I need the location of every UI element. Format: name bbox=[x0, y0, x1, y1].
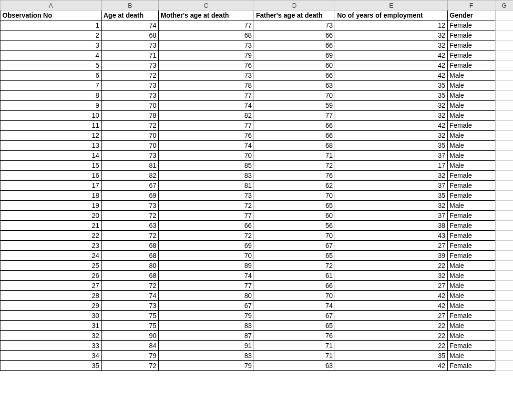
cell-fathers-age[interactable]: 60 bbox=[254, 211, 335, 221]
cell-years-employment[interactable]: 35 bbox=[335, 141, 448, 151]
cell-observation-no[interactable]: 2 bbox=[0, 31, 102, 41]
cell-age-at-death[interactable]: 68 bbox=[102, 251, 159, 261]
cell-blank[interactable] bbox=[495, 151, 513, 161]
hdr-age-at-death[interactable]: Age at death bbox=[102, 10, 159, 20]
cell-mothers-age[interactable]: 67 bbox=[159, 301, 254, 311]
cell-gender[interactable]: Male bbox=[448, 161, 495, 171]
cell-years-employment[interactable]: 42 bbox=[335, 71, 448, 81]
cell-fathers-age[interactable]: 73 bbox=[254, 20, 335, 31]
col-letter-G[interactable]: G bbox=[495, 0, 513, 10]
cell-observation-no[interactable]: 1 bbox=[0, 20, 102, 31]
cell-years-employment[interactable]: 32 bbox=[335, 31, 448, 41]
cell-gender[interactable]: Female bbox=[448, 51, 495, 61]
cell-observation-no[interactable]: 24 bbox=[0, 251, 102, 261]
cell-observation-no[interactable]: 15 bbox=[0, 161, 102, 171]
cell-years-employment[interactable]: 17 bbox=[335, 161, 448, 171]
cell-fathers-age[interactable]: 67 bbox=[254, 241, 335, 251]
cell-observation-no[interactable]: 10 bbox=[0, 111, 102, 121]
cell-fathers-age[interactable]: 63 bbox=[254, 81, 335, 91]
cell-age-at-death[interactable]: 68 bbox=[102, 271, 159, 281]
cell-observation-no[interactable]: 14 bbox=[0, 151, 102, 161]
cell-gender[interactable]: Male bbox=[448, 331, 495, 341]
cell-fathers-age[interactable]: 71 bbox=[254, 351, 335, 361]
cell-mothers-age[interactable]: 76 bbox=[159, 131, 254, 141]
cell-observation-no[interactable]: 8 bbox=[0, 91, 102, 101]
cell-mothers-age[interactable]: 72 bbox=[159, 201, 254, 211]
cell-age-at-death[interactable]: 73 bbox=[102, 201, 159, 211]
cell-blank[interactable] bbox=[495, 111, 513, 121]
cell-mothers-age[interactable]: 72 bbox=[159, 231, 254, 241]
cell-observation-no[interactable]: 29 bbox=[0, 301, 102, 311]
cell-fathers-age[interactable]: 59 bbox=[254, 101, 335, 111]
cell-years-employment[interactable]: 22 bbox=[335, 331, 448, 341]
cell-gender[interactable]: Male bbox=[448, 301, 495, 311]
cell-years-employment[interactable]: 37 bbox=[335, 151, 448, 161]
cell-blank[interactable] bbox=[495, 41, 513, 51]
hdr-fathers-age[interactable]: Father's age at death bbox=[254, 10, 335, 20]
cell-fathers-age[interactable]: 70 bbox=[254, 191, 335, 201]
cell-gender[interactable]: Female bbox=[448, 341, 495, 351]
cell-blank[interactable] bbox=[495, 161, 513, 171]
cell-years-employment[interactable]: 32 bbox=[335, 111, 448, 121]
cell-gender[interactable]: Male bbox=[448, 351, 495, 361]
cell-fathers-age[interactable]: 62 bbox=[254, 181, 335, 191]
cell-gender[interactable]: Male bbox=[448, 151, 495, 161]
cell-age-at-death[interactable]: 84 bbox=[102, 341, 159, 351]
cell-observation-no[interactable]: 22 bbox=[0, 231, 102, 241]
cell-years-employment[interactable]: 22 bbox=[335, 261, 448, 271]
cell-blank[interactable] bbox=[495, 311, 513, 321]
cell-age-at-death[interactable]: 74 bbox=[102, 291, 159, 301]
cell-mothers-age[interactable]: 70 bbox=[159, 251, 254, 261]
cell-blank[interactable] bbox=[495, 351, 513, 361]
cell-fathers-age[interactable]: 72 bbox=[254, 261, 335, 271]
cell-gender[interactable]: Female bbox=[448, 20, 495, 31]
cell-blank[interactable] bbox=[495, 10, 513, 20]
cell-years-employment[interactable]: 32 bbox=[335, 41, 448, 51]
cell-mothers-age[interactable]: 79 bbox=[159, 361, 254, 371]
cell-observation-no[interactable]: 9 bbox=[0, 101, 102, 111]
cell-mothers-age[interactable]: 70 bbox=[159, 151, 254, 161]
cell-mothers-age[interactable]: 74 bbox=[159, 271, 254, 281]
cell-age-at-death[interactable]: 72 bbox=[102, 71, 159, 81]
cell-age-at-death[interactable]: 71 bbox=[102, 51, 159, 61]
cell-observation-no[interactable]: 34 bbox=[0, 351, 102, 361]
cell-gender[interactable]: Female bbox=[448, 251, 495, 261]
cell-blank[interactable] bbox=[495, 131, 513, 141]
spreadsheet-grid[interactable]: A B C D E F G Observation No Age at deat… bbox=[0, 0, 513, 371]
cell-blank[interactable] bbox=[495, 91, 513, 101]
cell-blank[interactable] bbox=[495, 71, 513, 81]
cell-age-at-death[interactable]: 68 bbox=[102, 31, 159, 41]
cell-fathers-age[interactable]: 72 bbox=[254, 161, 335, 171]
cell-observation-no[interactable]: 25 bbox=[0, 261, 102, 271]
cell-blank[interactable] bbox=[495, 261, 513, 271]
cell-mothers-age[interactable]: 77 bbox=[159, 91, 254, 101]
cell-blank[interactable] bbox=[495, 281, 513, 291]
cell-age-at-death[interactable]: 73 bbox=[102, 81, 159, 91]
cell-fathers-age[interactable]: 69 bbox=[254, 51, 335, 61]
cell-age-at-death[interactable]: 72 bbox=[102, 281, 159, 291]
cell-fathers-age[interactable]: 66 bbox=[254, 281, 335, 291]
col-letter-C[interactable]: C bbox=[159, 0, 254, 10]
cell-gender[interactable]: Male bbox=[448, 291, 495, 301]
cell-blank[interactable] bbox=[495, 271, 513, 281]
cell-observation-no[interactable]: 18 bbox=[0, 191, 102, 201]
cell-mothers-age[interactable]: 77 bbox=[159, 281, 254, 291]
cell-age-at-death[interactable]: 72 bbox=[102, 361, 159, 371]
cell-years-employment[interactable]: 42 bbox=[335, 291, 448, 301]
cell-mothers-age[interactable]: 74 bbox=[159, 141, 254, 151]
cell-observation-no[interactable]: 31 bbox=[0, 321, 102, 331]
cell-blank[interactable] bbox=[495, 321, 513, 331]
cell-gender[interactable]: Female bbox=[448, 191, 495, 201]
cell-years-employment[interactable]: 37 bbox=[335, 181, 448, 191]
cell-fathers-age[interactable]: 63 bbox=[254, 361, 335, 371]
cell-fathers-age[interactable]: 71 bbox=[254, 341, 335, 351]
cell-years-employment[interactable]: 27 bbox=[335, 281, 448, 291]
cell-gender[interactable]: Female bbox=[448, 241, 495, 251]
cell-observation-no[interactable]: 19 bbox=[0, 201, 102, 211]
cell-age-at-death[interactable]: 78 bbox=[102, 111, 159, 121]
cell-mothers-age[interactable]: 68 bbox=[159, 31, 254, 41]
cell-years-employment[interactable]: 42 bbox=[335, 121, 448, 131]
cell-blank[interactable] bbox=[495, 141, 513, 151]
cell-gender[interactable]: Female bbox=[448, 171, 495, 181]
cell-blank[interactable] bbox=[495, 51, 513, 61]
